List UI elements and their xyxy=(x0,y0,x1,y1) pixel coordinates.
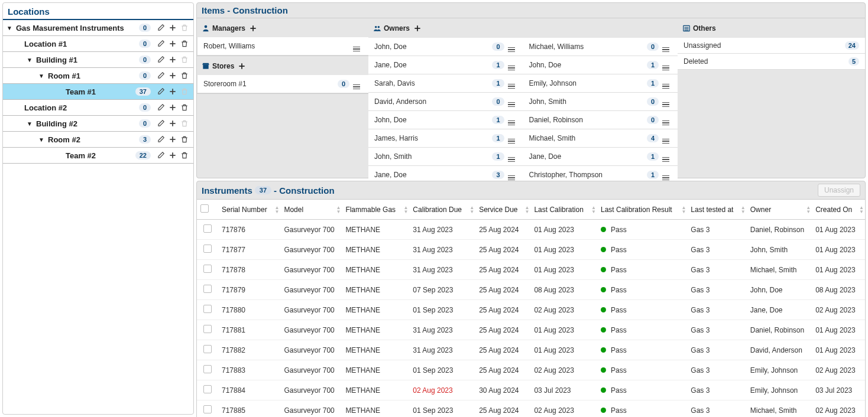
list-item[interactable]: James, Harris1 xyxy=(368,129,523,148)
tree-node[interactable]: Team #137 xyxy=(3,84,193,100)
edit-button[interactable] xyxy=(156,150,166,161)
menu-icon[interactable] xyxy=(508,151,517,162)
list-item[interactable]: Emily, Johnson1 xyxy=(523,74,678,93)
add-store-button[interactable] xyxy=(238,62,246,72)
row-checkbox[interactable] xyxy=(203,325,212,333)
menu-icon[interactable] xyxy=(662,133,672,144)
add-owner-button[interactable] xyxy=(413,24,422,34)
column-header[interactable]: Service Due▲▼ xyxy=(475,200,530,220)
row-checkbox[interactable] xyxy=(203,285,212,293)
tree-node[interactable]: ▼Building #10 xyxy=(3,52,193,68)
list-item[interactable]: Jane, Doe1 xyxy=(368,56,523,74)
delete-button[interactable] xyxy=(179,134,190,145)
list-item[interactable]: John, Doe1 xyxy=(368,111,523,129)
edit-button[interactable] xyxy=(156,118,166,129)
column-header[interactable]: Calibration Due▲▼ xyxy=(409,200,475,220)
delete-button[interactable] xyxy=(179,70,190,81)
menu-icon[interactable] xyxy=(508,60,517,70)
add-button[interactable] xyxy=(167,70,178,81)
table-row[interactable]: 717879Gasurveyor 700METHANE07 Sep 202325… xyxy=(197,280,865,300)
column-header[interactable]: Last tested at▲▼ xyxy=(687,200,746,220)
column-header[interactable]: Model▲▼ xyxy=(280,200,342,220)
list-item[interactable]: David, Anderson0 xyxy=(368,93,523,111)
menu-icon[interactable] xyxy=(508,41,517,52)
others-item[interactable]: Deleted5 xyxy=(678,54,865,70)
row-checkbox[interactable] xyxy=(203,305,212,313)
menu-icon[interactable] xyxy=(662,115,672,125)
add-button[interactable] xyxy=(167,134,178,145)
tree-node[interactable]: Location #10 xyxy=(3,36,193,52)
list-item[interactable]: Robert, Williams xyxy=(197,37,368,56)
tree-node[interactable]: ▼Building #20 xyxy=(3,116,193,132)
tree-node[interactable]: ▼Gas Masurement Instruments0 xyxy=(3,20,193,36)
tree-node[interactable]: ▼Room #23 xyxy=(3,132,193,148)
column-header[interactable]: Owner▲▼ xyxy=(747,200,812,220)
table-row[interactable]: 717884Gasurveyor 700METHANE02 Aug 202330… xyxy=(197,380,865,400)
tree-node[interactable]: Team #222 xyxy=(3,148,193,164)
tree-node[interactable]: Location #20 xyxy=(3,100,193,116)
column-header[interactable]: Last Calibration▲▼ xyxy=(530,200,597,220)
menu-icon[interactable] xyxy=(662,78,672,89)
add-button[interactable] xyxy=(167,102,178,113)
column-header[interactable]: Created On▲▼ xyxy=(812,200,865,220)
list-item[interactable]: John, Doe1 xyxy=(523,56,678,74)
table-row[interactable]: 717881Gasurveyor 700METHANE31 Aug 202325… xyxy=(197,320,865,340)
add-button[interactable] xyxy=(167,22,178,33)
list-item[interactable]: Sarah, Davis1 xyxy=(368,74,523,93)
menu-icon[interactable] xyxy=(508,78,517,89)
edit-button[interactable] xyxy=(156,38,166,49)
edit-button[interactable] xyxy=(156,54,166,65)
list-item[interactable]: John, Smith0 xyxy=(523,93,678,111)
table-row[interactable]: 717883Gasurveyor 700METHANE01 Sep 202325… xyxy=(197,360,865,380)
list-item[interactable]: Michael, Smith4 xyxy=(523,129,678,148)
table-row[interactable]: 717880Gasurveyor 700METHANE01 Sep 202325… xyxy=(197,300,865,320)
edit-button[interactable] xyxy=(156,102,166,113)
table-row[interactable]: 717877Gasurveyor 700METHANE31 Aug 202325… xyxy=(197,240,865,260)
delete-button[interactable] xyxy=(179,38,190,49)
column-header[interactable]: Flammable Gas▲▼ xyxy=(342,200,409,220)
list-item[interactable]: John, Smith1 xyxy=(368,148,523,166)
list-item[interactable]: Jane, Doe1 xyxy=(523,148,678,166)
row-checkbox[interactable] xyxy=(203,224,212,233)
tree-node[interactable]: ▼Room #10 xyxy=(3,68,193,84)
list-item[interactable]: Daniel, Robinson0 xyxy=(523,111,678,129)
menu-icon[interactable] xyxy=(353,79,362,89)
add-button[interactable] xyxy=(167,86,178,97)
menu-icon[interactable] xyxy=(662,96,672,107)
edit-button[interactable] xyxy=(156,22,166,33)
row-checkbox[interactable] xyxy=(203,365,212,373)
table-row[interactable]: 717885Gasurveyor 700METHANE01 Sep 202325… xyxy=(197,400,865,418)
menu-icon[interactable] xyxy=(662,151,672,162)
row-checkbox[interactable] xyxy=(203,245,212,253)
add-button[interactable] xyxy=(167,118,178,129)
table-row[interactable]: 717882Gasurveyor 700METHANE31 Aug 202325… xyxy=(197,340,865,360)
column-header[interactable]: Serial Number▲▼ xyxy=(218,200,280,220)
list-item[interactable]: Storeroom #10 xyxy=(197,75,368,93)
others-item[interactable]: Unassigned24 xyxy=(678,38,865,54)
row-checkbox[interactable] xyxy=(203,265,212,273)
column-header[interactable]: Last Calibration Result▲▼ xyxy=(597,200,687,220)
menu-icon[interactable] xyxy=(353,41,362,51)
list-item[interactable]: Michael, Williams0 xyxy=(523,38,678,56)
row-checkbox[interactable] xyxy=(203,385,212,393)
add-button[interactable] xyxy=(167,54,178,65)
add-manager-button[interactable] xyxy=(249,24,257,34)
edit-button[interactable] xyxy=(156,70,166,81)
menu-icon[interactable] xyxy=(508,115,517,125)
menu-icon[interactable] xyxy=(508,133,517,144)
delete-button[interactable] xyxy=(179,150,190,161)
select-all-checkbox[interactable] xyxy=(200,204,209,213)
menu-icon[interactable] xyxy=(662,170,672,180)
delete-button[interactable] xyxy=(179,102,190,113)
row-checkbox[interactable] xyxy=(203,405,212,413)
table-row[interactable]: 717876Gasurveyor 700METHANE31 Aug 202325… xyxy=(197,220,865,240)
edit-button[interactable] xyxy=(156,86,166,97)
edit-button[interactable] xyxy=(156,134,166,145)
menu-icon[interactable] xyxy=(662,41,672,52)
row-checkbox[interactable] xyxy=(203,345,212,353)
menu-icon[interactable] xyxy=(508,170,517,180)
add-button[interactable] xyxy=(167,150,178,161)
list-item[interactable]: John, Doe0 xyxy=(368,38,523,56)
menu-icon[interactable] xyxy=(508,96,517,107)
table-row[interactable]: 717878Gasurveyor 700METHANE31 Aug 202325… xyxy=(197,260,865,280)
